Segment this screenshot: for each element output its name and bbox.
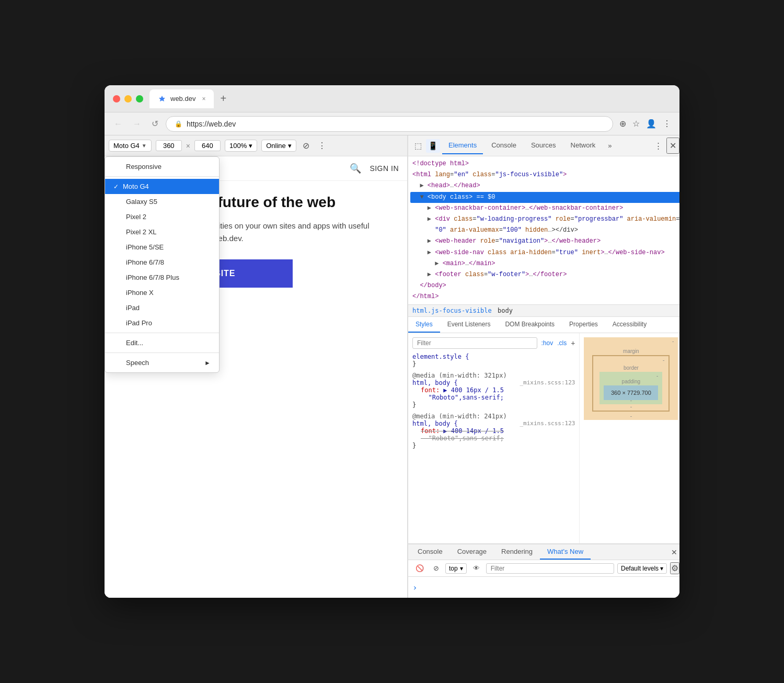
dropdown-label: Speech (126, 359, 149, 367)
address-bar[interactable]: 🔒 https://web.dev (166, 116, 613, 132)
eye-icon[interactable]: 👁 (470, 563, 483, 573)
dropdown-item-pixel2xl[interactable]: Pixel 2 XL (105, 224, 219, 240)
tab-dom-breakpoints[interactable]: DOM Breakpoints (498, 317, 562, 333)
dom-breadcrumb: html.js-focus-visible body (408, 304, 679, 317)
close-button[interactable] (113, 95, 120, 103)
browser-tab[interactable]: web.dev × (149, 89, 214, 108)
console-settings-icon[interactable]: ⚙ (670, 562, 679, 574)
tab-event-listeners[interactable]: Event Listeners (440, 317, 498, 333)
dom-html[interactable]: <html lang="en" class="js-focus-visible"… (412, 169, 679, 180)
dropdown-item-responsive[interactable]: Responsive (105, 159, 219, 174)
dom-progress[interactable]: ▶ <div class="w-loading-progress" role="… (412, 214, 679, 225)
sign-in-button[interactable]: SIGN IN (370, 164, 399, 173)
tab-close-button[interactable]: × (202, 95, 205, 103)
devtools-close-button[interactable]: ✕ (666, 138, 679, 154)
tab-styles[interactable]: Styles (408, 317, 440, 333)
bookmark-icon[interactable]: ☆ (630, 117, 642, 131)
device-mode-icon[interactable]: 📱 (426, 139, 440, 153)
dom-footer[interactable]: ▶ <footer class="w-footer">…</footer> (412, 269, 679, 280)
log-levels-select[interactable]: Default levels ▾ (617, 563, 667, 574)
clear-console-icon[interactable]: 🚫 (412, 563, 427, 573)
dropdown-item-iphone678plus[interactable]: iPhone 6/7/8 Plus (105, 270, 219, 285)
box-model: margin - border - padding - 3 (584, 337, 678, 420)
pseudo-class-filter[interactable]: :hov (541, 339, 554, 347)
more-tabs-button[interactable]: » (604, 140, 616, 152)
tab-sources[interactable]: Sources (525, 137, 562, 154)
dropdown-label: iPhone 6/7/8 Plus (126, 274, 179, 281)
dom-body[interactable]: ▼ <body class> == $0 (410, 192, 679, 203)
dropdown-item-pixel2[interactable]: Pixel 2 (105, 209, 219, 224)
class-filter[interactable]: .cls (557, 339, 567, 347)
new-tab-button[interactable]: + (216, 90, 230, 107)
dropdown-item-galaxys5[interactable]: Galaxy S5 (105, 194, 219, 209)
dropdown-label: Edit... (126, 339, 143, 347)
border-box: border - padding - 360 × 7729.700 - (592, 355, 670, 412)
width-input[interactable] (156, 140, 182, 151)
dropdown-item-ipadpro[interactable]: iPad Pro (105, 315, 219, 331)
dom-sidenav[interactable]: ▶ <web-side-nav class aria-hidden="true"… (412, 247, 679, 258)
maximize-button[interactable] (136, 95, 143, 103)
height-input[interactable] (194, 140, 221, 151)
sensors-icon[interactable]: ⊘ (301, 139, 312, 153)
css-source-link[interactable]: _mixins.scss:123 (520, 379, 575, 386)
dropdown-separator-2 (105, 333, 219, 333)
dom-header[interactable]: ▶ <web-header role="navigation">…</web-h… (412, 236, 679, 247)
dimension-separator: × (186, 142, 190, 150)
dom-main[interactable]: ▶ <main>…</main> (412, 258, 679, 269)
tab-console[interactable]: Console (485, 137, 523, 154)
search-icon[interactable]: 🔍 (350, 163, 361, 174)
tab-coverage[interactable]: Coverage (450, 544, 494, 560)
dropdown-separator-3 (105, 352, 219, 353)
inspect-element-icon[interactable]: ⬚ (412, 139, 424, 153)
tab-accessibility[interactable]: Accessibility (605, 317, 654, 333)
menu-icon[interactable]: ⋮ (661, 117, 673, 131)
device-select[interactable]: Moto G4 ▼ (109, 140, 152, 152)
forward-button[interactable]: → (130, 117, 144, 131)
console-context-select[interactable]: top ▾ (445, 563, 467, 574)
dropdown-item-edit[interactable]: Edit... (105, 335, 219, 350)
dropdown-item-speech[interactable]: Speech ► (105, 355, 219, 370)
margin-label: margin (623, 348, 639, 354)
zoom-selector[interactable]: 100% ▾ (225, 140, 257, 152)
tab-properties[interactable]: Properties (562, 317, 605, 333)
cast-icon[interactable]: ⊕ (617, 117, 628, 131)
css-property-2: "Roboto",sans-serif; (412, 394, 575, 401)
dropdown-label: iPad (126, 304, 140, 312)
tab-whats-new[interactable]: What's New (540, 544, 591, 560)
dom-snackbar[interactable]: ▶ <web-snackbar-container>…</web-snackba… (412, 203, 679, 214)
back-button[interactable]: ← (111, 117, 125, 131)
box-model-container: margin - border - padding - 3 (579, 333, 679, 543)
css-close-brace: } (412, 360, 416, 368)
css-source-link-2[interactable]: _mixins.scss:123 (520, 420, 575, 427)
tab-elements[interactable]: Elements (442, 137, 483, 154)
styles-content: :hov .cls + element.style { } @media (mi… (408, 333, 679, 543)
minimize-button[interactable] (124, 95, 132, 103)
tab-rendering[interactable]: Rendering (494, 544, 540, 560)
disable-log-icon[interactable]: ⊘ (430, 563, 442, 573)
filter-input[interactable] (412, 337, 537, 349)
breadcrumb-body[interactable]: body (498, 307, 513, 314)
breadcrumb-html[interactable]: html.js-focus-visible (412, 307, 492, 314)
tab-console-bottom[interactable]: Console (410, 544, 450, 560)
border-bottom-value: - (630, 404, 632, 409)
dropdown-label: iPad Pro (126, 319, 152, 327)
dropdown-item-iphone678[interactable]: iPhone 6/7/8 (105, 255, 219, 270)
dropdown-item-motog4[interactable]: ✓ Moto G4 (105, 179, 219, 194)
bottom-panel-close[interactable]: ✕ (667, 546, 679, 559)
dropdown-item-iphone5se[interactable]: iPhone 5/SE (105, 240, 219, 255)
checkmark-icon: ✓ (113, 183, 119, 190)
console-toolbar: 🚫 ⊘ top ▾ 👁 Default levels ▾ ⚙ (408, 560, 679, 577)
tab-network[interactable]: Network (564, 137, 602, 154)
dropdown-label: iPhone X (126, 289, 154, 297)
console-filter-input[interactable] (486, 563, 614, 574)
media-321-rule: @media (min-width: 321px) html, body { _… (412, 372, 575, 408)
more-options-icon[interactable]: ⋮ (316, 139, 328, 153)
network-selector[interactable]: Online ▾ (261, 140, 296, 152)
dom-head[interactable]: ▶ <head>…</head> (412, 180, 679, 191)
dropdown-item-iphonex[interactable]: iPhone X (105, 285, 219, 300)
refresh-button[interactable]: ↺ (148, 117, 162, 131)
devtools-settings-icon[interactable]: ⋮ (652, 139, 664, 153)
dropdown-item-ipad[interactable]: iPad (105, 300, 219, 315)
add-style-rule[interactable]: + (571, 339, 575, 347)
profile-icon[interactable]: 👤 (644, 117, 659, 131)
